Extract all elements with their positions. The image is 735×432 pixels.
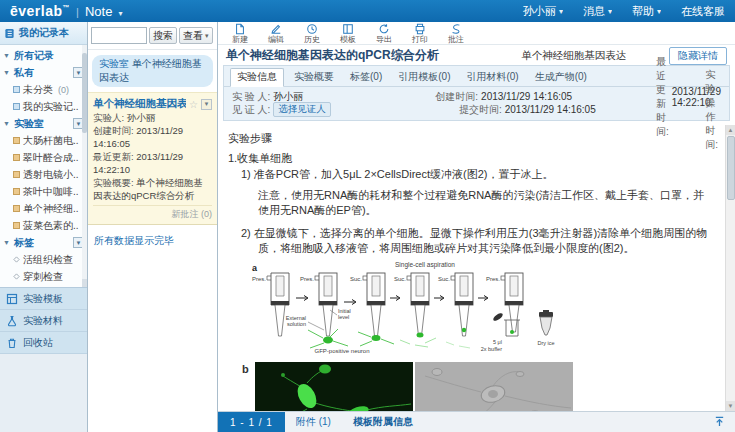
notebook-icon xyxy=(4,28,15,39)
print-button[interactable]: 打印 xyxy=(406,23,434,44)
notebook-item[interactable]: 我的实验记..(1) xyxy=(0,98,87,115)
tab-summary[interactable]: 实验概要 xyxy=(288,69,340,86)
tag-item[interactable]: 穿刺检查 xyxy=(0,268,87,285)
new-button[interactable]: 新建 xyxy=(226,23,254,44)
experiment-card[interactable]: 单个神经细胞基因表达.. ☆ ▼ 实验人: 孙小丽 创建时间: 2013/11/… xyxy=(88,92,217,225)
sidebar-item-materials[interactable]: 实验材料 xyxy=(0,310,87,332)
notebook-item[interactable]: 翠叶醛合成..(7) xyxy=(0,149,87,166)
choose-witness-button[interactable]: 选择见证人 xyxy=(273,102,331,117)
star-icon[interactable]: ☆ xyxy=(189,99,198,110)
footer-bar: 1 - 1 / 1 附件 (1) 模板附属信息 xyxy=(218,411,735,432)
private-notebook-icon xyxy=(13,86,20,93)
tab-template-info[interactable]: 模板附属信息 xyxy=(342,415,424,429)
buffer-label: 5 μl xyxy=(493,339,502,345)
card-field-experimenter: 实验人: 孙小丽 xyxy=(93,111,212,124)
scrollbar-down-arrow[interactable]: ▼ xyxy=(726,401,735,411)
tree-expand-icon[interactable]: ▼ xyxy=(3,239,11,246)
history-clock-icon xyxy=(306,23,318,35)
notebook-item[interactable]: 茶叶中咖啡..(2) xyxy=(0,183,87,200)
tree-all-records[interactable]: ▼ 所有记录 xyxy=(0,47,87,64)
online-service-link[interactable]: 在线客服 xyxy=(681,4,725,19)
field-label: 实验人: xyxy=(93,112,124,123)
lab-notebook-icon xyxy=(13,205,20,212)
back-to-top-button[interactable] xyxy=(714,416,725,429)
main-panel: 新建 编辑 历史 模板 导出 打印 xyxy=(218,22,735,432)
trash-icon xyxy=(6,337,18,349)
template-button[interactable]: 模板 xyxy=(334,23,362,44)
view-button-label: 查看 xyxy=(183,29,203,43)
tree-section-tags[interactable]: ▼ 标签 ▼ xyxy=(0,234,87,251)
notebook-label: 菠菜色素的.. xyxy=(23,219,79,233)
experiment-card-title[interactable]: 单个神经细胞基因表达.. xyxy=(93,97,186,111)
edit-button[interactable]: 编辑 xyxy=(262,23,290,44)
logo-area[interactable]: ēverlab™ | Note ▾ xyxy=(10,3,122,19)
tab-products[interactable]: 生成产物(0) xyxy=(529,69,593,86)
tab-tags[interactable]: 标签(0) xyxy=(344,69,388,86)
tab-attachments[interactable]: 附件 (1) xyxy=(285,415,342,429)
my-notebooks-header[interactable]: 我的记录本 xyxy=(0,22,87,45)
scrollbar-up-arrow[interactable]: ▲ xyxy=(726,125,735,135)
scrollbar-down-arrow[interactable] xyxy=(82,279,87,287)
chevron-down-icon[interactable]: ▾ xyxy=(118,9,122,18)
card-menu-button[interactable]: ▼ xyxy=(201,99,212,110)
user-menu[interactable]: 孙小丽▾ xyxy=(523,4,563,19)
filter-chip[interactable]: 实验室 单个神经细胞基因表达 xyxy=(92,55,213,87)
messages-label: 消息 xyxy=(583,4,605,19)
tree-expand-icon[interactable]: ▼ xyxy=(3,120,11,127)
card-field-created: 创建时间: 2013/11/29 14:16:05 xyxy=(93,124,212,150)
view-button[interactable]: 查看▾ xyxy=(179,27,213,44)
annotate-label: 批注 xyxy=(448,36,464,44)
annotate-icon xyxy=(450,23,462,35)
pipette-label: Pres. xyxy=(300,276,314,282)
tab-cited-templates[interactable]: 引用模板(0) xyxy=(392,69,456,86)
buffer-label: 2x buffer xyxy=(481,346,502,352)
messages-menu[interactable]: 消息▾ xyxy=(583,4,612,19)
notebook-item[interactable]: 未分类(0) xyxy=(0,81,87,98)
sidebar-scrollbar[interactable] xyxy=(82,45,87,287)
export-button[interactable]: 导出 xyxy=(370,23,398,44)
dic-image-1 xyxy=(415,362,573,411)
section-label: 私有 xyxy=(14,66,34,80)
notebook-item[interactable]: 透射电镜小..(0) xyxy=(0,166,87,183)
topbar: ēverlab™ | Note ▾ 孙小丽▾ 消息▾ 帮助▾ 在线客服 xyxy=(0,0,735,22)
submitted-value: 2013/11/29 14:16:05 xyxy=(505,104,596,115)
notebook-label: 大肠杆菌电.. xyxy=(23,134,79,148)
tree-expand-icon[interactable]: ▼ xyxy=(3,69,11,76)
step-1-text: 1) 准备PCR管，加入5μL 2×CellsDirect缓冲液(图2)，置于冰… xyxy=(228,167,715,182)
scrollbar-thumb[interactable] xyxy=(727,136,735,200)
tag-item[interactable]: 过渡金属配.. xyxy=(0,285,87,287)
step-note-text: 注意，使用无RNA酶的耗材和整个过程避免RNA酶的污染(清洁工作区、戴上手套、口… xyxy=(228,188,715,218)
scrollbar-thumb[interactable] xyxy=(82,53,87,133)
tag-label: 活组织检查 xyxy=(23,253,73,267)
pipette-label: Pres. xyxy=(252,276,266,282)
content-scrollbar[interactable]: ▲ ▼ xyxy=(725,125,735,411)
tab-cited-materials[interactable]: 引用材料(0) xyxy=(460,69,524,86)
all-records-label: 所有记录 xyxy=(14,49,54,63)
tree-section-lab[interactable]: ▼ 实验室 ▼ xyxy=(0,115,87,132)
annotate-button[interactable]: 批注 xyxy=(442,23,470,44)
history-button[interactable]: 历史 xyxy=(298,23,326,44)
notebook-item[interactable]: 大肠杆菌电..(5) xyxy=(0,132,87,149)
page-indicator[interactable]: 1 - 1 / 1 xyxy=(218,412,285,432)
tree-section-private[interactable]: ▼ 私有 ▼ xyxy=(0,64,87,81)
tag-item[interactable]: 活组织检查 xyxy=(0,251,87,268)
recycle-bin-label: 回收站 xyxy=(23,336,53,350)
sidebar-item-templates[interactable]: 实验模板 xyxy=(0,288,87,310)
notebook-item-current[interactable]: 单个神经细..(1) xyxy=(0,200,87,217)
pipette-3: Suc. xyxy=(350,273,394,346)
help-menu[interactable]: 帮助▾ xyxy=(632,4,661,19)
search-input[interactable] xyxy=(91,27,147,44)
materials-icon xyxy=(6,315,18,327)
tab-experiment-info[interactable]: 实验信息 xyxy=(230,68,284,87)
notebook-count: (0) xyxy=(58,85,69,95)
gfp-neuron xyxy=(417,333,424,338)
experiment-list-panel: 搜索 查看▾ 实验室 单个神经细胞基因表达 单个神经细胞基因表达.. ☆ ▼ 实… xyxy=(88,22,218,432)
edit-pencil-icon xyxy=(270,23,282,35)
tree-expand-icon[interactable]: ▼ xyxy=(3,52,11,59)
search-button[interactable]: 搜索 xyxy=(149,27,177,44)
annotation-count[interactable]: 新批注 (0) xyxy=(93,205,212,222)
notebook-item[interactable]: 菠菜色素的..(1) xyxy=(0,217,87,234)
step-group-title: 1.收集单细胞 xyxy=(228,151,715,166)
new-document-icon xyxy=(234,23,246,35)
sidebar-item-recycle-bin[interactable]: 回收站 xyxy=(0,332,87,354)
